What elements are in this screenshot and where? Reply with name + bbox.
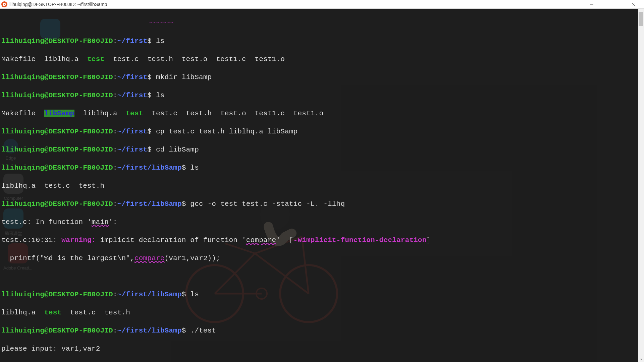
window-titlebar: llihuiqing@DESKTOP-FB00JID: ~/first/libS… bbox=[0, 0, 644, 9]
maximize-button[interactable] bbox=[606, 0, 619, 9]
prompt-line: llihuiqing@DESKTOP-FB00JID:~/first/libSa… bbox=[1, 163, 643, 172]
svg-point-3 bbox=[3, 3, 4, 3]
window-controls bbox=[585, 0, 640, 9]
ls-output: Makefile libSamp liblhq.a test test.c te… bbox=[1, 109, 643, 118]
prompt-line: llihuiqing@DESKTOP-FB00JID:~/first/libSa… bbox=[1, 290, 643, 299]
program-output: please input: var1,var2 bbox=[1, 344, 643, 353]
gcc-output: test.c: In function 'main': bbox=[1, 218, 643, 227]
ls-output: Makefile liblhq.a test test.c test.h tes… bbox=[1, 55, 643, 64]
prompt-line: llihuiqing@DESKTOP-FB00JID:~/first/libSa… bbox=[1, 326, 643, 335]
svg-rect-6 bbox=[611, 3, 614, 6]
terminal-content: ~~~~~~~ llihuiqing@DESKTOP-FB00JID:~/fir… bbox=[0, 9, 644, 362]
minimize-button[interactable] bbox=[585, 0, 598, 9]
prompt-line: llihuiqing@DESKTOP-FB00JID:~/first$ cd l… bbox=[1, 145, 643, 154]
prompt-line: llihuiqing@DESKTOP-FB00JID:~/first$ ls bbox=[1, 91, 643, 100]
ls-output: liblhq.a test test.c test.h bbox=[1, 308, 643, 317]
gcc-output: printf("%d is the largest\n",compare(var… bbox=[1, 254, 643, 263]
prompt-line: llihuiqing@DESKTOP-FB00JID:~/first$ mkdi… bbox=[1, 73, 643, 82]
cut-decoration: ~~~~~~~ bbox=[1, 18, 643, 27]
ubuntu-icon bbox=[1, 1, 7, 7]
close-button[interactable] bbox=[627, 0, 640, 9]
blank-line bbox=[1, 272, 643, 281]
terminal-area[interactable]: Edge Computer 腾讯课堂 Adobe Creati... bbox=[0, 9, 644, 362]
prompt-line: llihuiqing@DESKTOP-FB00JID:~/first/libSa… bbox=[1, 199, 643, 208]
ls-output: liblhq.a test.c test.h bbox=[1, 181, 643, 190]
svg-point-1 bbox=[4, 4, 5, 5]
svg-point-4 bbox=[3, 5, 4, 6]
prompt-line: llihuiqing@DESKTOP-FB00JID:~/first$ cp t… bbox=[1, 127, 643, 136]
window-title: llihuiqing@DESKTOP-FB00JID: ~/first/libS… bbox=[9, 2, 585, 7]
svg-point-2 bbox=[5, 4, 6, 5]
prompt-line: llihuiqing@DESKTOP-FB00JID:~/first$ ls bbox=[1, 37, 643, 46]
gcc-output: test.c:10:31: warning: implicit declarat… bbox=[1, 236, 643, 245]
